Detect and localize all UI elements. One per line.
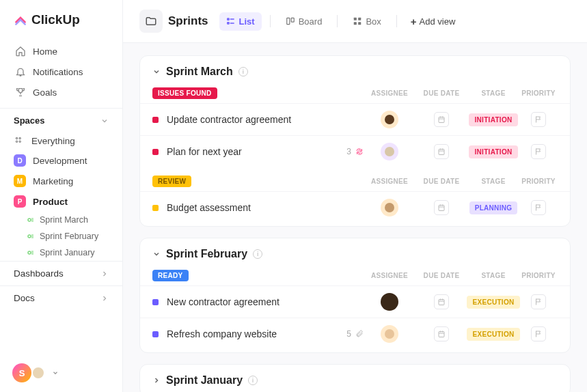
- priority-cell[interactable]: [519, 112, 558, 127]
- view-label: List: [239, 16, 255, 27]
- info-icon[interactable]: i: [253, 249, 262, 259]
- status-pill[interactable]: ISSUES FOUND: [152, 87, 217, 99]
- col-priority: PRIORITY: [519, 272, 558, 279]
- task-row[interactable]: Update contractor agreement INITIATION: [140, 103, 570, 135]
- duedate-cell[interactable]: [415, 144, 467, 159]
- svg-rect-11: [354, 18, 357, 20]
- col-assignee: ASSIGNEE: [364, 178, 415, 185]
- priority-cell[interactable]: [519, 200, 558, 215]
- svg-rect-18: [439, 300, 444, 305]
- svg-point-2: [16, 141, 17, 142]
- folder-button[interactable]: [139, 10, 163, 33]
- sidebar-sub-sprint-february[interactable]: Sprint February: [0, 228, 122, 244]
- task-status-square: [152, 117, 159, 123]
- sprint-header[interactable]: Sprint January i: [152, 374, 558, 387]
- task-status-square: [152, 205, 159, 211]
- logo[interactable]: ClickUp: [0, 12, 122, 41]
- duedate-cell[interactable]: [415, 112, 467, 127]
- attachment-icon: [355, 330, 364, 338]
- assignee-cell[interactable]: [364, 143, 415, 160]
- task-row[interactable]: Refresh company website 5 EXECUTION: [140, 318, 570, 350]
- priority-cell[interactable]: [519, 326, 558, 341]
- nav-label: Notifications: [33, 67, 83, 77]
- stage-cell[interactable]: PLANNING: [467, 201, 519, 214]
- recurring-icon: [355, 148, 364, 156]
- calendar-icon: [434, 200, 449, 215]
- task-name: Plan for next year: [167, 146, 341, 157]
- sidebar-item-product[interactable]: P Product: [0, 191, 122, 212]
- dashboards-section[interactable]: Dashboards: [0, 261, 122, 285]
- view-tab-box[interactable]: Box: [346, 12, 387, 31]
- status-pill[interactable]: READY: [152, 270, 189, 281]
- logo-text: ClickUp: [31, 12, 80, 27]
- docs-section[interactable]: Docs: [0, 285, 122, 310]
- sidebar-item-everything[interactable]: Everything: [0, 131, 122, 150]
- info-icon[interactable]: i: [248, 376, 258, 385]
- space-badge: D: [14, 154, 26, 167]
- nav-home[interactable]: Home: [7, 41, 115, 61]
- priority-cell[interactable]: [519, 294, 558, 309]
- duedate-cell[interactable]: [415, 326, 467, 341]
- col-stage: STAGE: [467, 89, 519, 97]
- stage-cell[interactable]: EXECUTION: [467, 328, 519, 341]
- task-meta: 5: [346, 329, 364, 339]
- calendar-icon: [434, 144, 449, 159]
- svg-rect-7: [227, 18, 228, 20]
- view-tab-list[interactable]: List: [219, 12, 262, 31]
- section-label: Docs: [14, 293, 35, 303]
- status-pill[interactable]: REVIEW: [152, 176, 191, 187]
- svg-rect-12: [359, 18, 361, 20]
- col-assignee: ASSIGNEE: [364, 89, 415, 97]
- info-icon[interactable]: i: [238, 67, 248, 76]
- home-icon: [15, 46, 26, 57]
- sidebar-sub-sprint-january[interactable]: Sprint January: [0, 244, 122, 261]
- priority-cell[interactable]: [519, 144, 558, 159]
- sidebar-item-development[interactable]: D Development: [0, 150, 122, 171]
- stage-cell[interactable]: INITIATION: [467, 113, 519, 126]
- assignee-cell[interactable]: [364, 111, 415, 128]
- sidebar: ClickUp Home Notifications Goals Spaces …: [0, 0, 123, 392]
- flag-icon: [531, 112, 546, 127]
- sprint-header[interactable]: Sprint March i: [140, 66, 570, 85]
- task-status-square: [152, 299, 159, 305]
- nav-label: Goals: [33, 87, 57, 98]
- sidebar-sub-label: Sprint February: [40, 232, 98, 241]
- nav-goals[interactable]: Goals: [7, 82, 115, 102]
- svg-rect-19: [439, 332, 444, 337]
- status-row: REVIEW ASSIGNEE DUE DATE STAGE PRIORITY: [140, 167, 570, 191]
- sidebar-item-label: Everything: [31, 136, 75, 146]
- svg-point-6: [28, 251, 31, 254]
- stage-cell[interactable]: EXECUTION: [467, 296, 519, 309]
- duedate-cell[interactable]: [415, 200, 467, 215]
- assignee-cell[interactable]: [364, 199, 415, 216]
- nav-notifications[interactable]: Notifications: [7, 61, 115, 82]
- list-icon: [27, 216, 34, 223]
- task-row[interactable]: New contractor agreement EXECUTION: [140, 285, 570, 318]
- task-row[interactable]: Budget assessment PLANNING: [140, 191, 570, 223]
- user-footer[interactable]: S: [0, 354, 122, 392]
- col-duedate: DUE DATE: [415, 272, 467, 279]
- sprint-title: Sprint January: [166, 374, 243, 387]
- sidebar-item-marketing[interactable]: M Marketing: [0, 171, 122, 191]
- assignee-cell[interactable]: [364, 293, 415, 311]
- user-avatar: S: [12, 363, 31, 382]
- sprint-title: Sprint March: [166, 66, 233, 78]
- list-view-icon: [226, 16, 236, 26]
- assignee-cell[interactable]: [364, 325, 415, 343]
- spaces-header[interactable]: Spaces: [0, 108, 122, 131]
- task-row[interactable]: Plan for next year 3 INITIATION: [140, 135, 570, 167]
- sidebar-sub-sprint-march[interactable]: Sprint March: [0, 212, 122, 228]
- trophy-icon: [15, 87, 26, 98]
- view-label: Board: [299, 16, 323, 27]
- add-view-button[interactable]: + Add view: [405, 12, 461, 31]
- divider: [396, 15, 397, 27]
- view-tab-board[interactable]: Board: [279, 12, 329, 31]
- svg-rect-17: [439, 206, 444, 211]
- chevron-right-icon: [100, 270, 109, 278]
- main: Sprints List Board Box + Add view Sprint…: [123, 0, 587, 392]
- stage-cell[interactable]: INITIATION: [467, 145, 519, 158]
- duedate-cell[interactable]: [415, 294, 467, 309]
- sprint-header[interactable]: Sprint February i: [140, 248, 570, 267]
- col-stage: STAGE: [467, 178, 519, 185]
- calendar-icon: [434, 294, 449, 309]
